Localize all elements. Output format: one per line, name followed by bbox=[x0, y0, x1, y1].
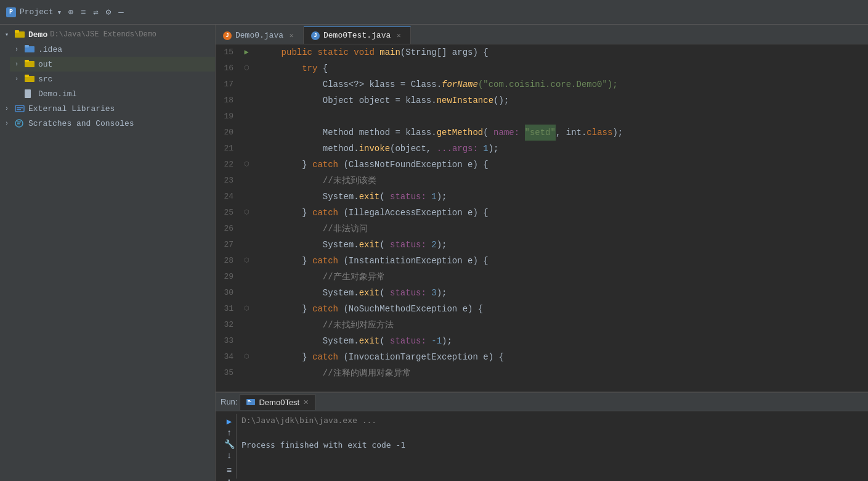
code-32-0: //未找到对应方法 bbox=[261, 317, 394, 333]
bottom-tabs-bar: Run: Demo0Test ✕ bbox=[216, 393, 868, 411]
nav-icon-1[interactable]: ⊕ bbox=[68, 7, 73, 17]
folder-icon-idea bbox=[25, 45, 36, 54]
code-15-0 bbox=[261, 44, 282, 60]
gutter-17 bbox=[243, 76, 249, 92]
main-layout: ▾ Demo D:\Java\JSE Extends\Demo › .idea … bbox=[0, 25, 868, 481]
code-15-3: void bbox=[354, 44, 379, 60]
console-icon bbox=[246, 399, 255, 405]
tab-close-demo0[interactable]: ✕ bbox=[287, 31, 296, 40]
svg-rect-3 bbox=[25, 45, 29, 47]
settings-icon[interactable]: ⚙ bbox=[106, 7, 111, 17]
sidebar-item-extlibs[interactable]: › External Libraries bbox=[0, 101, 215, 116]
fold-25: ⬡ bbox=[244, 205, 249, 221]
title-bar-left: P Project ▾ bbox=[6, 7, 62, 17]
folder-icon-src bbox=[25, 75, 36, 83]
sidebar-item-demoiml[interactable]: Demo.iml bbox=[10, 86, 215, 101]
demo-label: Demo bbox=[28, 30, 47, 39]
extlibs-label: External Libraries bbox=[28, 104, 115, 113]
ln-19: 19 bbox=[216, 109, 238, 125]
code-17-2: ("com.coisini.core.Demo0"); bbox=[478, 76, 618, 92]
bottom-tab-demo0test[interactable]: Demo0Test ✕ bbox=[240, 394, 315, 410]
filter-btn[interactable]: ≡ bbox=[223, 466, 235, 475]
code-editor[interactable]: 15 16 17 18 19 20 21 22 23 24 25 26 27 2… bbox=[216, 44, 868, 392]
code-23-0: //未找到该类 bbox=[261, 173, 376, 189]
code-33-5: ); bbox=[442, 333, 452, 349]
bottom-left-controls: ▶ ↑ 🔧 ↓ ≡ ⬇ bbox=[221, 414, 237, 479]
sidebar-item-src[interactable]: › src bbox=[10, 72, 215, 86]
gutter-31: ⬡ bbox=[243, 301, 249, 317]
code-24-5: ); bbox=[437, 189, 447, 205]
code-30-4: 3 bbox=[431, 285, 436, 301]
tree-arrow-src: › bbox=[15, 76, 25, 83]
code-24-3: status: bbox=[390, 189, 431, 205]
code-20-6: class bbox=[586, 125, 612, 141]
code-line-23: //未找到该类 bbox=[256, 173, 868, 189]
tab-demo0[interactable]: J Demo0.java ✕ bbox=[216, 27, 304, 44]
code-27-5: ); bbox=[437, 237, 447, 253]
code-line-28: } catch (InstantiationException e) { bbox=[256, 253, 868, 269]
scratches-label: Scratches and Consoles bbox=[28, 119, 134, 128]
gutter: ▶ ⬡ ⬡ ⬡ ⬡ ⬡ ⬡ bbox=[243, 44, 256, 392]
fold-34: ⬡ bbox=[244, 349, 249, 365]
console-exit-text: Process finished with exit code -1 bbox=[241, 440, 405, 450]
code-15-2: static bbox=[317, 44, 354, 60]
gutter-22: ⬡ bbox=[243, 157, 249, 173]
gutter-28: ⬡ bbox=[243, 253, 249, 269]
nav-icon-3[interactable]: ⇌ bbox=[93, 7, 98, 17]
nav-icon-2[interactable]: ≡ bbox=[81, 7, 86, 17]
ln-25: 25 bbox=[216, 205, 238, 221]
wrench-btn[interactable]: 🔧 bbox=[223, 439, 235, 450]
ln-35: 35 bbox=[216, 365, 238, 381]
tabs-bar: J Demo0.java ✕ J Demo0Test.java ✕ bbox=[216, 25, 868, 44]
code-line-33: System.exit( status: -1); bbox=[256, 333, 868, 349]
code-27-0: System. bbox=[261, 237, 359, 253]
project-icon: P bbox=[6, 7, 16, 17]
ln-34: 34 bbox=[216, 349, 238, 365]
title-bar: P Project ▾ ⊕ ≡ ⇌ ⚙ — bbox=[0, 0, 868, 25]
gutter-18 bbox=[243, 92, 249, 109]
code-25-1: catch bbox=[312, 205, 338, 221]
out-label: out bbox=[38, 60, 52, 69]
svg-rect-14 bbox=[17, 123, 20, 125]
code-16-0 bbox=[261, 60, 302, 76]
minimize-icon[interactable]: — bbox=[118, 7, 123, 17]
console-line-3: Process finished with exit code -1 bbox=[241, 438, 863, 451]
tab-label-demo0test: Demo0Test.java bbox=[323, 31, 391, 40]
sidebar-item-demo[interactable]: ▾ Demo D:\Java\JSE Extends\Demo bbox=[0, 27, 215, 42]
fold-28: ⬡ bbox=[244, 253, 249, 269]
sidebar-item-scratches[interactable]: › Scratches and Consoles bbox=[0, 116, 215, 131]
code-20-4: "setd" bbox=[525, 125, 556, 141]
code-15-1: public bbox=[282, 44, 318, 60]
file-icon-demoiml bbox=[25, 89, 36, 98]
gutter-33 bbox=[243, 333, 249, 349]
tab-demo0test[interactable]: J Demo0Test.java ✕ bbox=[304, 27, 411, 44]
gutter-16: ⬡ bbox=[243, 60, 249, 76]
sidebar-item-out[interactable]: › out bbox=[10, 57, 215, 72]
src-label: src bbox=[38, 75, 52, 84]
tab-close-demo0test[interactable]: ✕ bbox=[394, 31, 403, 40]
project-label[interactable]: Project bbox=[20, 7, 54, 17]
code-33-2: ( bbox=[379, 333, 390, 349]
run-btn[interactable]: ▶ bbox=[223, 416, 235, 427]
ln-20: 20 bbox=[216, 125, 238, 141]
code-line-15: public static void main(String[] args) { bbox=[256, 44, 868, 60]
ln-31: 31 bbox=[216, 301, 238, 317]
down-arrow-btn[interactable]: ⬇ bbox=[223, 477, 235, 481]
tree-arrow-out: › bbox=[15, 61, 25, 68]
sidebar-item-idea[interactable]: › .idea bbox=[10, 42, 215, 57]
code-33-1: exit bbox=[359, 333, 380, 349]
code-30-0: System. bbox=[261, 285, 359, 301]
code-line-34: } catch (InvocationTargetException e) { bbox=[256, 349, 868, 365]
console-output: D:\Java\jdk\bin\java.exe ... Process fin… bbox=[241, 414, 863, 479]
code-27-3: status: bbox=[390, 237, 431, 253]
scroll-down-btn[interactable]: ↓ bbox=[223, 451, 235, 461]
code-31-0: } bbox=[261, 301, 312, 317]
svg-rect-16 bbox=[248, 400, 250, 401]
gutter-34: ⬡ bbox=[243, 349, 249, 365]
folder-icon-demo bbox=[15, 30, 26, 39]
project-dropdown-arrow[interactable]: ▾ bbox=[57, 7, 62, 17]
scroll-up-btn[interactable]: ↑ bbox=[223, 428, 235, 438]
bottom-tab-close[interactable]: ✕ bbox=[303, 398, 309, 406]
tree-arrow-idea: › bbox=[15, 46, 25, 53]
code-17-1: forName bbox=[442, 76, 478, 92]
